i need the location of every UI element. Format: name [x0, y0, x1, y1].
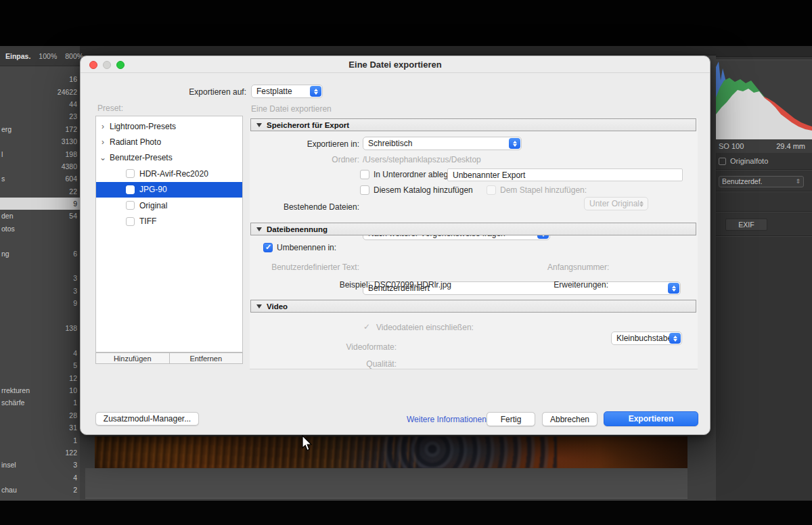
- folder-row[interactable]: s 604: [0, 173, 80, 185]
- folder-row[interactable]: ng 6: [0, 247, 80, 259]
- close-button[interactable]: [89, 61, 97, 69]
- preset-checkbox[interactable]: [126, 217, 135, 226]
- originalfoto-checkbox[interactable]: [719, 158, 726, 165]
- folder-row[interactable]: l 198: [0, 147, 80, 160]
- start-number-label: Anfangsnummer:: [547, 262, 609, 272]
- photo-rocks-texture: [379, 436, 557, 468]
- benutzerdef-select[interactable]: Benutzerdef. ⇕: [719, 176, 804, 187]
- folders-panel: Einpas. 100% 800% 16 24622 44 23: [0, 46, 80, 501]
- section-title: Dateibenennung: [267, 225, 328, 233]
- folder-row[interactable]: rrekturen 10: [0, 384, 80, 396]
- folder-row[interactable]: chau 2: [0, 484, 80, 496]
- preset-row[interactable]: › Radiant Photo: [96, 134, 242, 150]
- folder-row[interactable]: 5: [0, 359, 80, 371]
- preset-checkbox[interactable]: [126, 201, 135, 210]
- export-button[interactable]: Exportieren: [604, 411, 698, 426]
- export-settings-scroll-area[interactable]: Speicherort für Export Exportieren in: S…: [250, 118, 698, 369]
- add-catalog-row[interactable]: Diesem Katalog hinzufügen: [360, 185, 473, 195]
- exif-tab[interactable]: EXIF: [725, 219, 767, 231]
- add-catalog-label: Diesem Katalog hinzufügen: [374, 185, 473, 195]
- folder-row[interactable]: insel 3: [0, 459, 80, 471]
- existing-files-label: Bestehende Dateien:: [250, 202, 359, 212]
- panel-divider: [716, 211, 812, 212]
- folder-row[interactable]: [0, 309, 80, 321]
- chevron-icon[interactable]: ›: [96, 122, 110, 131]
- preset-row[interactable]: JPG-90: [96, 182, 242, 198]
- section-header-location[interactable]: Speicherort für Export: [250, 118, 696, 131]
- zoom-button[interactable]: [116, 61, 125, 69]
- zoom-100-control[interactable]: 100%: [39, 52, 57, 60]
- more-info-link[interactable]: Weitere Informationen: [407, 415, 487, 424]
- folder-row[interactable]: 12: [0, 371, 80, 384]
- folder-row[interactable]: 28: [0, 409, 80, 421]
- folder-row[interactable]: 4: [0, 347, 80, 359]
- folder-row[interactable]: 9: [0, 198, 80, 210]
- add-preset-button[interactable]: Hinzufügen: [95, 352, 169, 364]
- cancel-button[interactable]: Abbrechen: [542, 412, 597, 426]
- folder-row[interactable]: schärfe 1: [0, 396, 80, 409]
- photo-preview[interactable]: [95, 436, 687, 468]
- folder-count: 16: [69, 75, 77, 83]
- originalfoto-row[interactable]: Originalfoto: [716, 154, 812, 168]
- preset-row[interactable]: Original: [96, 198, 242, 213]
- top-black-bar: [0, 0, 812, 46]
- folder-row[interactable]: 4: [0, 472, 80, 484]
- histogram: [716, 60, 812, 139]
- folder-count: 44: [69, 100, 77, 108]
- fit-zoom-control[interactable]: Einpas.: [5, 52, 30, 60]
- rename-checkbox[interactable]: [263, 243, 273, 252]
- folder-row[interactable]: [0, 260, 80, 272]
- remove-preset-button[interactable]: Entfernen: [169, 352, 244, 364]
- folder-row[interactable]: 23: [0, 110, 80, 122]
- folder-row[interactable]: 122: [0, 447, 80, 459]
- folder-path: /Users/stephanklapszus/Desktop: [363, 155, 481, 164]
- plugin-manager-button[interactable]: Zusatzmodul-Manager...: [95, 412, 199, 426]
- minimize-button[interactable]: [103, 61, 111, 69]
- folder-row[interactable]: 3: [0, 285, 80, 297]
- folder-row[interactable]: 3: [0, 272, 80, 284]
- extensions-select[interactable]: Kleinbuchstaben: [611, 332, 682, 345]
- preset-row[interactable]: HDR-Avif-Rec2020: [96, 166, 242, 181]
- folder-row[interactable]: otos: [0, 223, 80, 235]
- export-to-value: Festplatte: [256, 87, 292, 96]
- preset-row[interactable]: TIFF: [96, 213, 242, 229]
- folder-row[interactable]: 16: [0, 73, 80, 85]
- folder-row[interactable]: 44: [0, 98, 80, 110]
- folder-row[interactable]: 1: [0, 434, 80, 446]
- extensions-label: Erweiterungen:: [507, 280, 608, 290]
- panel-divider: [716, 169, 812, 170]
- folder-row[interactable]: 22: [0, 185, 80, 198]
- preset-checkbox[interactable]: [126, 185, 135, 194]
- folder-row[interactable]: [0, 334, 80, 346]
- folder-count: 3: [73, 461, 77, 469]
- custom-text-label: Benutzerdefinierter Text:: [250, 262, 359, 272]
- chevron-icon[interactable]: ›: [96, 137, 110, 147]
- folder-row[interactable]: 138: [0, 322, 80, 334]
- workspace-lower-area: [85, 468, 687, 499]
- section-header-video[interactable]: Video: [250, 300, 696, 313]
- preset-row[interactable]: › Lightroom-Presets: [96, 118, 242, 134]
- preset-row[interactable]: ⌄ Benutzer-Presets: [96, 150, 242, 166]
- dialog-titlebar[interactable]: Eine Datei exportieren: [81, 56, 710, 73]
- subfolder-checkbox-row[interactable]: In Unterordner ablegen:: [360, 170, 459, 179]
- folder-row[interactable]: 31: [0, 421, 80, 434]
- folder-row[interactable]: 4380: [0, 160, 80, 173]
- subfolder-checkbox[interactable]: [360, 170, 369, 179]
- folder-row[interactable]: 24622: [0, 85, 80, 97]
- export-in-select[interactable]: Schreibtisch: [363, 137, 522, 150]
- chevron-icon[interactable]: ⌄: [96, 153, 110, 162]
- export-to-select[interactable]: Festplatte: [251, 85, 323, 98]
- preset-checkbox[interactable]: [126, 169, 135, 178]
- folder-row[interactable]: 3130: [0, 135, 80, 147]
- folder-row[interactable]: erg 172: [0, 123, 80, 135]
- section-header-naming[interactable]: Dateibenennung: [250, 223, 696, 235]
- rename-row[interactable]: Umbenennen in:: [263, 243, 336, 252]
- folder-count: 3130: [62, 137, 77, 145]
- add-catalog-checkbox[interactable]: [360, 185, 369, 195]
- folder-name: schärfe: [1, 398, 73, 407]
- folder-row[interactable]: [0, 235, 80, 247]
- folder-row[interactable]: 9: [0, 297, 80, 309]
- folder-row[interactable]: den 54: [0, 210, 80, 222]
- subfolder-name-input[interactable]: Unbenannter Export: [447, 168, 683, 181]
- done-button[interactable]: Fertig: [487, 412, 535, 426]
